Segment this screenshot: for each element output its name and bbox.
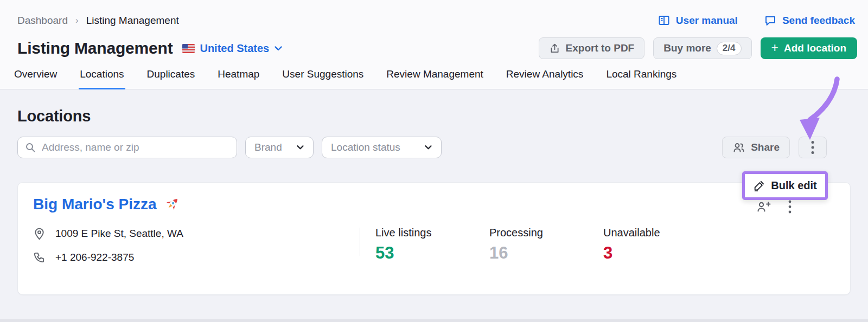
export-icon [549, 43, 560, 54]
location-phone: +1 206-922-3875 [55, 252, 134, 263]
location-name-link[interactable]: Big Mario's Pizza [33, 196, 181, 213]
breadcrumb-separator-icon: › [75, 15, 79, 26]
export-pdf-button[interactable]: Export to PDF [539, 37, 645, 59]
add-location-label: Add location [784, 42, 846, 54]
breadcrumb-dashboard[interactable]: Dashboard [17, 15, 68, 27]
quota-badge: 2/4 [717, 42, 742, 55]
tab-locations[interactable]: Locations [79, 68, 125, 89]
tab-overview[interactable]: Overview [13, 68, 58, 89]
us-flag-icon [182, 44, 195, 53]
add-user-icon[interactable] [756, 201, 771, 213]
buy-more-label: Buy more [663, 42, 711, 54]
chevron-down-icon [424, 145, 432, 150]
chevron-down-icon [296, 145, 304, 150]
manual-book-icon [658, 14, 671, 27]
location-status-label: Location status [331, 141, 400, 153]
user-manual-link[interactable]: User manual [658, 14, 738, 27]
search-input[interactable] [17, 137, 237, 158]
stat-value: 3 [603, 243, 717, 263]
user-manual-label: User manual [676, 15, 738, 27]
breadcrumb: Dashboard › Listing Management [17, 15, 179, 27]
tab-heatmap[interactable]: Heatmap [216, 68, 260, 89]
stat-processing: Processing 16 [489, 227, 603, 263]
stat-value: 16 [489, 243, 603, 263]
pencil-icon [753, 180, 765, 192]
page-title: Listing Management [17, 39, 173, 57]
plus-icon: + [771, 42, 778, 54]
stat-value: 53 [375, 243, 489, 263]
chevron-down-icon [274, 46, 283, 51]
tab-bar: Overview Locations Duplicates Heatmap Us… [0, 68, 868, 89]
tab-review-analytics[interactable]: Review Analytics [505, 68, 585, 89]
stat-label: Live listings [375, 227, 489, 239]
send-feedback-link[interactable]: Send feedback [764, 14, 855, 27]
country-selector[interactable]: United States [182, 42, 283, 55]
section-heading: Locations [17, 89, 851, 125]
feedback-bubble-icon [764, 14, 777, 27]
card-divider [360, 228, 360, 256]
stat-unavailable: Unavailable 3 [603, 227, 717, 263]
share-label: Share [751, 141, 780, 153]
send-feedback-label: Send feedback [782, 15, 855, 27]
add-location-button[interactable]: + Add location [761, 37, 858, 59]
stat-label: Unavailable [603, 227, 717, 239]
page-header: Dashboard › Listing Management User manu… [0, 0, 868, 89]
country-label: United States [200, 42, 269, 55]
kebab-menu-icon [811, 140, 814, 154]
tab-user-suggestions[interactable]: User Suggestions [281, 68, 365, 89]
bulk-edit-label: Bulk edit [771, 179, 816, 192]
stat-live-listings: Live listings 53 [375, 227, 489, 263]
brand-filter[interactable]: Brand [245, 137, 314, 158]
tab-local-rankings[interactable]: Local Rankings [605, 68, 678, 89]
brand-filter-label: Brand [254, 141, 282, 153]
bottom-edge [0, 319, 868, 322]
breadcrumb-current: Listing Management [86, 15, 179, 27]
location-card: Big Mario's Pizza [17, 182, 851, 295]
stat-label: Processing [489, 227, 603, 239]
phone-icon [33, 251, 46, 263]
locations-section: Locations Brand Location [0, 89, 868, 295]
search-box [17, 137, 237, 158]
toolbar-kebab-button[interactable] [799, 137, 827, 158]
tab-duplicates[interactable]: Duplicates [146, 68, 196, 89]
card-kebab-menu-icon[interactable] [788, 200, 792, 214]
location-pin-icon [33, 227, 46, 240]
rocket-emoji-icon [163, 196, 181, 213]
location-status-filter[interactable]: Location status [322, 137, 442, 158]
tab-review-management[interactable]: Review Management [385, 68, 484, 89]
listing-stats: Live listings 53 Processing 16 Unavailab… [375, 227, 717, 263]
search-icon [25, 142, 36, 153]
bulk-edit-menu-item[interactable]: Bulk edit [742, 171, 828, 200]
export-pdf-label: Export to PDF [566, 42, 635, 54]
buy-more-button[interactable]: Buy more 2/4 [653, 37, 751, 59]
share-button[interactable]: Share [722, 137, 790, 158]
location-address: 1009 E Pike St, Seattle, WA [55, 228, 183, 240]
location-name: Big Mario's Pizza [33, 196, 157, 213]
people-icon [732, 141, 745, 153]
